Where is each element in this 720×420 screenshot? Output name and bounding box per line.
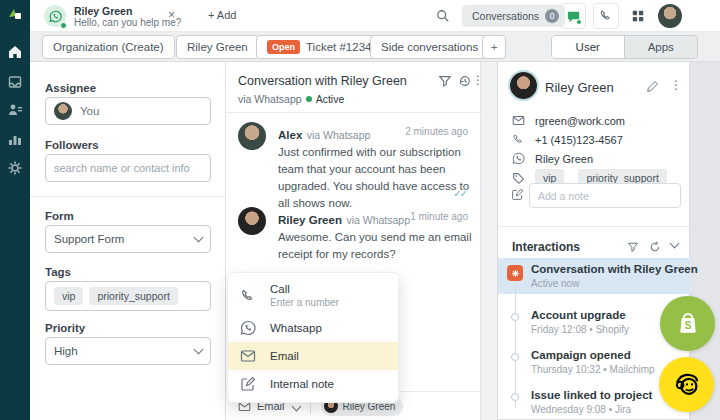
messaging-toggle[interactable] — [560, 3, 586, 29]
profile-email-row[interactable]: rgreen@work.com — [512, 114, 625, 127]
customers-icon[interactable] — [7, 102, 23, 118]
tags-field[interactable]: vip priority_support — [45, 281, 211, 311]
phone-icon — [599, 9, 613, 23]
mailchimp-freddie-icon — [672, 370, 702, 400]
followers-field — [45, 154, 211, 182]
tag-chip[interactable]: priority_support — [89, 287, 177, 305]
shopify-bag-icon: S — [674, 310, 702, 338]
conversation-subtitle: via Whatsapp Active — [238, 93, 344, 105]
internal-note-icon — [240, 376, 256, 392]
call-toggle[interactable] — [593, 3, 619, 29]
tab-ticket[interactable]: Open Ticket #1234 — [256, 35, 382, 59]
shopify-app-button[interactable]: S — [660, 296, 715, 351]
assignee-avatar — [54, 102, 72, 120]
tab-person[interactable]: Riley Green — [176, 35, 259, 59]
timeline-line — [515, 284, 516, 408]
ticket-fields-panel: Assignee You Followers Form Support Form… — [30, 62, 226, 420]
search-icon[interactable] — [436, 9, 450, 23]
apps-grid-icon[interactable] — [631, 9, 645, 23]
mailchimp-app-button[interactable] — [659, 357, 714, 412]
priority-select[interactable]: High — [45, 337, 211, 365]
menu-item-whatsapp[interactable]: Whatsapp — [228, 314, 398, 342]
read-receipt-icon: ✓✓ — [453, 188, 466, 199]
interaction-item[interactable]: Account upgrade — [531, 309, 626, 321]
reporting-icon[interactable] — [7, 131, 23, 147]
profile-name: Riley Green — [545, 80, 614, 95]
context-tabstrip: Organization (Create) Riley Green Open T… — [30, 32, 720, 62]
panel-divider — [498, 226, 689, 227]
views-icon[interactable] — [7, 74, 23, 90]
menu-item-internal-note[interactable]: Internal note — [228, 370, 398, 398]
followers-input[interactable] — [54, 162, 202, 174]
ticket-status-badge: Open — [267, 40, 300, 54]
topbar: Riley Green Hello, can you help me? × + … — [30, 0, 720, 32]
panel-divider — [30, 196, 226, 197]
edit-pencil-icon[interactable] — [646, 80, 659, 93]
call-icon — [240, 288, 256, 304]
zendesk-logo-icon — [7, 7, 23, 23]
assignee-value: You — [80, 105, 99, 117]
timeline-dot — [511, 353, 519, 361]
conversation-status: Active — [316, 93, 345, 105]
conversation-channel: via Whatsapp — [238, 93, 302, 105]
chat-status-dot — [576, 19, 582, 25]
chevron-down-icon[interactable] — [670, 239, 680, 249]
panel-toggle: User Apps — [551, 35, 698, 59]
conversations-count-badge: 0 — [545, 9, 559, 23]
messaging-channel-icon — [507, 265, 523, 281]
tab-organization[interactable]: Organization (Create) — [42, 35, 175, 59]
tag-chip[interactable]: vip — [54, 287, 83, 305]
filter-icon[interactable] — [438, 74, 452, 88]
ticket-number: Ticket #1234 — [306, 41, 371, 53]
priority-label: Priority — [45, 322, 85, 334]
add-tab-button[interactable]: + Add — [208, 9, 236, 21]
conversation-title: Conversation with Riley Green — [238, 74, 407, 88]
add-side-conversation-button[interactable]: + — [482, 35, 506, 59]
home-icon[interactable] — [7, 44, 23, 60]
tab-apps[interactable]: Apps — [625, 36, 698, 58]
svg-text:S: S — [684, 318, 691, 330]
message-timestamp: 1 minute ago — [410, 211, 468, 222]
message-avatar — [238, 122, 266, 150]
profile-avatar — [510, 72, 537, 99]
conversations-dropdown[interactable]: Conversations 0 — [462, 5, 565, 27]
history-icon[interactable] — [458, 74, 472, 88]
user-avatar[interactable] — [658, 4, 682, 28]
message-author-row: Riley Green via Whatsapp — [278, 210, 410, 228]
followers-label: Followers — [45, 139, 99, 151]
conversations-label: Conversations — [472, 10, 539, 22]
message-avatar — [238, 207, 266, 235]
whatsapp-icon — [512, 152, 525, 165]
add-note-input[interactable] — [529, 183, 681, 208]
conversation-tab-name: Riley Green — [74, 5, 132, 17]
interactions-title: Interactions — [512, 240, 580, 254]
interaction-item[interactable]: Issue linked to project — [531, 389, 652, 401]
conversation-tab-preview: Hello, can you help me? — [74, 17, 181, 28]
profile-menu-icon[interactable]: ⋮ — [670, 78, 682, 92]
close-tab-icon[interactable]: × — [168, 8, 175, 22]
conversation-menu-icon[interactable]: ⋮ — [472, 73, 484, 87]
filter-icon[interactable] — [627, 241, 639, 253]
menu-item-email[interactable]: Email — [228, 342, 398, 370]
form-select[interactable]: Support Form — [45, 225, 211, 253]
email-icon — [512, 114, 525, 127]
phone-icon — [512, 133, 525, 146]
refresh-icon[interactable] — [649, 241, 661, 253]
channel-menu: Call Enter a number Whatsapp Email Inter… — [227, 272, 399, 403]
tab-user[interactable]: User — [552, 36, 625, 58]
interaction-item[interactable]: Campaign opened — [531, 349, 631, 361]
profile-phone-row[interactable]: +1 (415)123-4567 — [512, 133, 623, 146]
active-status-dot — [306, 96, 312, 102]
assignee-label: Assignee — [45, 82, 96, 94]
whatsapp-icon — [240, 320, 256, 336]
settings-gear-icon[interactable] — [7, 160, 23, 176]
assignee-field[interactable]: You — [45, 97, 211, 125]
presence-dot — [60, 22, 67, 29]
note-icon — [511, 188, 524, 201]
chevron-down-icon — [194, 344, 204, 354]
conversation-tab[interactable]: Riley Green Hello, can you help me? × — [36, 0, 204, 32]
menu-item-call[interactable]: Call Enter a number — [228, 277, 398, 314]
profile-whatsapp-row[interactable]: Riley Green — [512, 152, 593, 165]
tab-side-conversations[interactable]: Side conversations — [370, 35, 489, 59]
pane-gap — [481, 62, 497, 420]
